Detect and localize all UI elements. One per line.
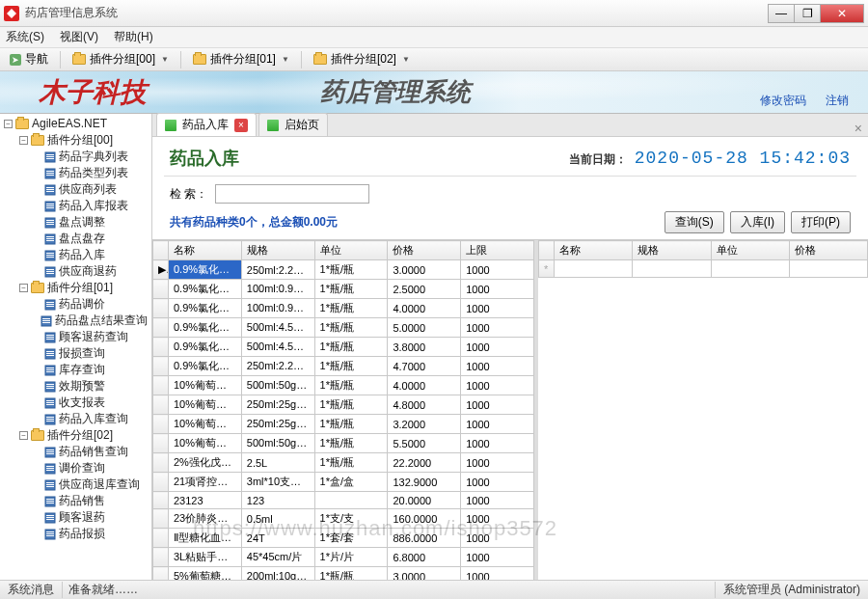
- cell[interactable]: 1000: [461, 280, 534, 299]
- table-row[interactable]: ▶0.9%氯化钠注…250ml:2.25g…1*瓶/瓶3.00001000: [153, 260, 534, 280]
- cell[interactable]: 0.9%氯化钠注…: [169, 318, 242, 338]
- cell[interactable]: 1*瓶/瓶: [314, 567, 388, 581]
- print-button[interactable]: 打印(P): [791, 211, 851, 233]
- cell[interactable]: 0.9%氯化钠注…: [169, 338, 242, 357]
- cell[interactable]: 500ml:50g塑…: [241, 434, 314, 453]
- cell[interactable]: 0.9%氯化钠注…: [169, 299, 242, 318]
- tree-item[interactable]: 药品入库: [31, 247, 149, 263]
- cell[interactable]: 1*瓶/瓶: [314, 299, 388, 318]
- tree-item[interactable]: 顾客退药查询: [31, 329, 149, 345]
- cell[interactable]: 23123: [169, 492, 242, 509]
- cell[interactable]: 1*片/片: [314, 548, 388, 567]
- cell[interactable]: 1*瓶/瓶: [314, 338, 388, 357]
- collapse-icon[interactable]: −: [19, 136, 28, 145]
- tree-item[interactable]: 药品入库报表: [31, 198, 149, 214]
- tree-item[interactable]: 库存查询: [31, 362, 149, 378]
- cell[interactable]: 132.9000: [388, 473, 461, 492]
- cell[interactable]: 6.8000: [388, 548, 461, 567]
- cell[interactable]: 160.0000: [388, 509, 461, 529]
- cell[interactable]: 100ml:0.9g玻瓶…: [241, 280, 314, 299]
- cell[interactable]: 5%葡萄糖注射…: [169, 567, 242, 581]
- cell[interactable]: 500ml:50g玻瓶…: [241, 376, 314, 395]
- cell[interactable]: 1*瓶/瓶: [314, 434, 388, 453]
- col-header[interactable]: 单位: [314, 241, 388, 260]
- cell[interactable]: 10%葡萄糖注射液: [169, 395, 242, 415]
- table-row[interactable]: Ⅱ型糖化血红…24T1*套/套886.00001000: [153, 529, 534, 548]
- cell[interactable]: 1000: [461, 492, 534, 509]
- cell[interactable]: 1000: [461, 357, 534, 376]
- table-row[interactable]: 5%葡萄糖注射…200ml:10g玻…1*瓶/瓶3.00001000: [153, 567, 534, 581]
- maximize-button[interactable]: ❐: [794, 4, 821, 23]
- menu-help[interactable]: 帮助(H): [114, 29, 153, 45]
- cell[interactable]: 1000: [461, 338, 534, 357]
- tree-item[interactable]: 药品字典列表: [31, 149, 149, 165]
- table-row[interactable]: 0.9%氯化钠注…100ml:0.9g塑瓶…1*瓶/瓶4.00001000: [153, 299, 534, 318]
- new-row[interactable]: *: [539, 260, 868, 278]
- tree-item[interactable]: 药品类型列表: [31, 165, 149, 181]
- col-header[interactable]: 名称: [169, 241, 242, 260]
- instock-button[interactable]: 入库(I): [730, 211, 785, 233]
- cell[interactable]: 1*瓶/瓶: [314, 260, 388, 280]
- cell[interactable]: 1000: [461, 415, 534, 434]
- cell[interactable]: 3.0000: [388, 260, 461, 280]
- table-row[interactable]: 2%强化戊二醛…2.5L1*瓶/瓶22.20001000: [153, 453, 534, 473]
- cell[interactable]: 10%葡萄糖注射液: [169, 376, 242, 395]
- col-header[interactable]: 规格: [633, 241, 711, 260]
- tree-item[interactable]: 药品入库查询: [31, 411, 149, 427]
- cell[interactable]: 10%葡萄糖注射液: [169, 434, 242, 453]
- table-row[interactable]: 21项肾控血清…3ml*10支冻干粉…1*盒/盒132.90001000: [153, 473, 534, 492]
- table-row[interactable]: 10%葡萄糖注射液500ml:50g塑…1*瓶/瓶5.50001000: [153, 434, 534, 453]
- cell[interactable]: 1*瓶/瓶: [314, 395, 388, 415]
- tree-group[interactable]: −插件分组[00]: [17, 132, 149, 149]
- cell[interactable]: 1*盒/盒: [314, 473, 388, 492]
- toolbar-group-2[interactable]: 插件分组[02]▼: [308, 49, 416, 69]
- tree-item[interactable]: 药品销售: [31, 493, 149, 509]
- cell[interactable]: 3ml*10支冻干粉…: [241, 473, 314, 492]
- cell[interactable]: 1*支/支: [314, 509, 388, 529]
- close-button[interactable]: ✕: [820, 4, 864, 23]
- cell[interactable]: 250ml:25g玻瓶…: [241, 415, 314, 434]
- table-row[interactable]: 10%葡萄糖注射液250ml:25g塑…1*瓶/瓶4.80001000: [153, 395, 534, 415]
- cell[interactable]: 200ml:10g玻…: [241, 567, 314, 581]
- cell[interactable]: 4.7000: [388, 357, 461, 376]
- cell[interactable]: 886.0000: [388, 529, 461, 548]
- cell[interactable]: 0.9%氯化钠注…: [169, 357, 242, 376]
- cell[interactable]: 21项肾控血清…: [169, 473, 242, 492]
- cell[interactable]: 250ml:25g塑…: [241, 395, 314, 415]
- table-row[interactable]: 10%葡萄糖注射液500ml:50g玻瓶…1*瓶/瓶4.00001000: [153, 376, 534, 395]
- tree-item[interactable]: 供应商退药: [31, 263, 149, 280]
- cell[interactable]: 20.0000: [388, 492, 461, 509]
- cell[interactable]: 0.5ml: [241, 509, 314, 529]
- cell[interactable]: 123: [241, 492, 314, 509]
- cell[interactable]: 0.9%氯化钠注…: [169, 260, 242, 280]
- cell[interactable]: 5.0000: [388, 318, 461, 338]
- tree-item[interactable]: 供应商退库查询: [31, 476, 149, 493]
- cell[interactable]: 1000: [461, 376, 534, 395]
- table-row[interactable]: 0.9%氯化钠注…100ml:0.9g玻瓶…1*瓶/瓶2.50001000: [153, 280, 534, 299]
- cell[interactable]: 0.9%氯化钠注…: [169, 280, 242, 299]
- tab-start[interactable]: 启始页: [258, 113, 328, 136]
- close-all-icon[interactable]: ×: [854, 121, 862, 136]
- cell[interactable]: 1000: [461, 567, 534, 581]
- selected-grid[interactable]: 名称规格单位价格*: [538, 240, 868, 580]
- cell[interactable]: 250ml:2.25g…: [241, 260, 314, 280]
- cell[interactable]: 1*瓶/瓶: [314, 280, 388, 299]
- tree-group[interactable]: −插件分组[02]: [17, 427, 149, 444]
- close-tab-icon[interactable]: ×: [234, 119, 248, 132]
- table-row[interactable]: 0.9%氯化钠注…250ml:2.25g塑…1*瓶/瓶4.70001000: [153, 357, 534, 376]
- tree-item[interactable]: 药品报损: [31, 526, 149, 542]
- cell[interactable]: 2.5L: [241, 453, 314, 473]
- nav-tree[interactable]: −AgileEAS.NET−插件分组[00]药品字典列表药品类型列表供应商列表药…: [0, 114, 152, 580]
- cell[interactable]: 1000: [461, 509, 534, 529]
- catalog-grid[interactable]: 名称规格单位价格上限▶0.9%氯化钠注…250ml:2.25g…1*瓶/瓶3.0…: [152, 240, 538, 580]
- col-header[interactable]: 价格: [789, 241, 867, 260]
- toolbar-group-1[interactable]: 插件分组[01]▼: [187, 49, 295, 69]
- nav-button[interactable]: ➤导航: [4, 49, 54, 69]
- tree-item[interactable]: 药品销售查询: [31, 444, 149, 460]
- toolbar-group-0[interactable]: 插件分组[00]▼: [67, 49, 175, 69]
- cell[interactable]: 5.5000: [388, 434, 461, 453]
- cell[interactable]: 1*瓶/瓶: [314, 376, 388, 395]
- menu-system[interactable]: 系统(S): [6, 29, 44, 45]
- cell[interactable]: 1000: [461, 529, 534, 548]
- tree-item[interactable]: 调价查询: [31, 460, 149, 476]
